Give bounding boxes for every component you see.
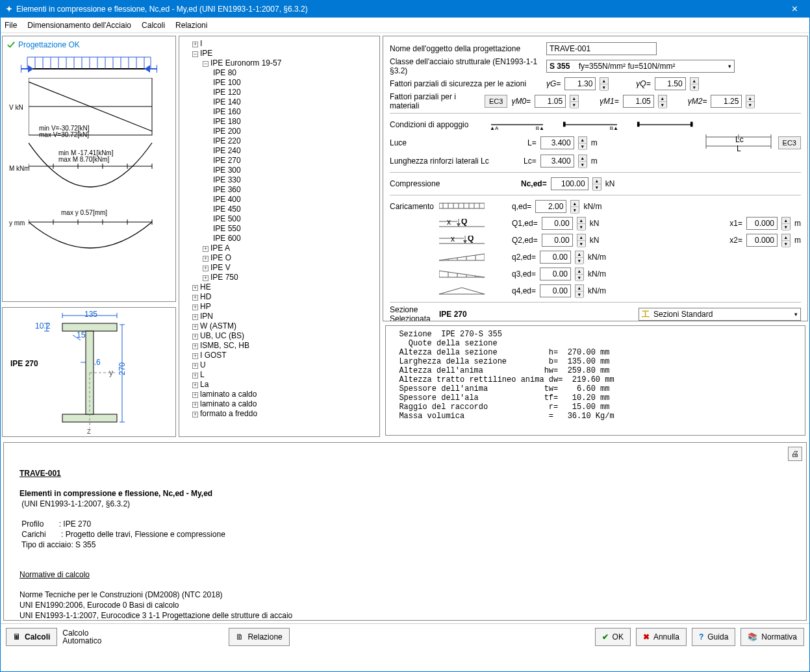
x2-input[interactable]	[746, 234, 778, 247]
section-type-select[interactable]: 工 Sezioni Standard ▾	[639, 308, 801, 321]
svg-marker-104	[439, 288, 485, 294]
tree-item[interactable]: IPE 550	[213, 224, 377, 234]
q3-input[interactable]	[540, 268, 571, 280]
calcoli-button[interactable]: 🖩Calcoli	[6, 628, 57, 646]
Q1-input[interactable]	[542, 217, 573, 230]
normativa-button[interactable]: 📚Normativa	[740, 628, 804, 646]
tree-item[interactable]: +I	[192, 39, 377, 49]
menu-rel[interactable]: Relazioni	[175, 21, 207, 30]
tree-item[interactable]: +HE	[192, 282, 377, 292]
tree-item[interactable]: IPE 600	[213, 234, 377, 243]
tree-item[interactable]: +formato a freddo	[192, 409, 377, 419]
tree-item[interactable]: IPE 300	[213, 166, 377, 175]
print-icon[interactable]: 🖨	[788, 447, 802, 461]
support-opt-3[interactable]: ▮▮	[633, 119, 698, 131]
menu-dim[interactable]: Dimensionamento dell'Acciaio	[27, 21, 131, 30]
max-m: max M 8.70[kNm]	[58, 156, 109, 163]
section-tree[interactable]: +I−IPE−IPE Euronorm 19-57IPE 80IPE 100IP…	[179, 36, 380, 437]
svg-marker-94	[439, 254, 485, 260]
steel-class-select[interactable]: S 355 fy=355N/mm² fu=510N/mm² ▾	[546, 60, 735, 73]
support-opt-2[interactable]: ▮B▲	[559, 119, 624, 131]
Nced-input[interactable]	[551, 177, 589, 190]
gG-input[interactable]	[564, 77, 596, 90]
tree-item[interactable]: IPE 140	[213, 97, 377, 107]
tree-item[interactable]: +U	[192, 360, 377, 370]
gM1-input[interactable]	[623, 95, 654, 108]
tree-item[interactable]: IPE 160	[213, 107, 377, 117]
form-panel: Nome dell'oggetto della progettazione Cl…	[383, 36, 808, 321]
svg-marker-92	[463, 240, 467, 243]
tree-item[interactable]: IPE 400	[213, 195, 377, 205]
tree-item[interactable]: +UB, UC (BS)	[192, 331, 377, 341]
tri-load-icon	[439, 253, 485, 262]
ec3-button-2[interactable]: EC3	[778, 136, 801, 149]
gM2-input[interactable]	[711, 95, 742, 108]
tree-item[interactable]: +laminato a caldo	[192, 399, 377, 409]
spinner[interactable]: ▴▾	[600, 77, 609, 90]
tree-item[interactable]: +HP	[192, 302, 377, 312]
deflection-diagram	[29, 216, 158, 261]
L-input[interactable]	[540, 136, 574, 149]
tree-item[interactable]: IPE 330	[213, 175, 377, 185]
guida-button[interactable]: ?Guida	[692, 628, 735, 646]
tree-item[interactable]: +I GOST	[192, 351, 377, 360]
q2-input[interactable]	[540, 251, 571, 264]
gM0-input[interactable]	[535, 95, 566, 108]
tree-item[interactable]: IPE 450	[213, 205, 377, 214]
svg-marker-24	[146, 66, 149, 71]
comp-label: Compressione	[390, 179, 481, 188]
tree-item[interactable]: −IPE−IPE Euronorm 19-57IPE 80IPE 100IPE …	[192, 49, 377, 282]
tree-item[interactable]: IPE 220	[213, 136, 377, 146]
gQ-input[interactable]	[655, 77, 686, 90]
Q2-input[interactable]	[542, 234, 573, 247]
tree-item[interactable]: +La	[192, 380, 377, 390]
svg-text:Q: Q	[468, 236, 474, 243]
tree-item[interactable]: IPE 200	[213, 127, 377, 136]
report-panel[interactable]: 🖨 TRAVE-001 Elementi in compressione e f…	[3, 442, 807, 621]
tree-item[interactable]: +IPE A	[203, 243, 377, 253]
tree-item[interactable]: IPE 180	[213, 117, 377, 127]
menu-file[interactable]: File	[5, 21, 17, 30]
ok-button[interactable]: ✔OK	[595, 628, 631, 646]
qed-input[interactable]	[535, 200, 566, 213]
tree-item[interactable]: +laminato a caldo	[192, 390, 377, 399]
tree-item[interactable]: IPE 120	[213, 88, 377, 97]
svg-rect-58	[62, 323, 117, 331]
tree-item[interactable]: IPE 80	[213, 68, 377, 78]
section-output[interactable]: Sezione IPE 270-S 355 Quote della sezion…	[385, 325, 805, 436]
tree-item[interactable]: IPE 360	[213, 185, 377, 195]
svg-text:Lc: Lc	[735, 135, 744, 144]
ec3-button[interactable]: EC3	[485, 95, 507, 108]
tree-item[interactable]: −IPE Euronorm 19-57IPE 80IPE 100IPE 120I…	[203, 58, 377, 243]
relazione-button[interactable]: 🗎Relazione	[229, 628, 289, 646]
tree-item[interactable]: +ISMB, SC, HB	[192, 341, 377, 351]
close-icon[interactable]: ×	[785, 3, 804, 15]
book-icon: 📚	[748, 632, 757, 641]
tree-item[interactable]: +IPN	[192, 312, 377, 321]
name-input[interactable]	[546, 42, 657, 55]
tree-item[interactable]: +IPE V	[203, 263, 377, 273]
tree-item[interactable]: IPE 100	[213, 78, 377, 88]
point-load-icon: xQ	[439, 236, 485, 245]
tree-item[interactable]: +IPE O	[203, 253, 377, 263]
tree-item[interactable]: IPE 270	[213, 156, 377, 166]
svg-text:z: z	[87, 427, 91, 434]
q4-input[interactable]	[540, 284, 571, 297]
x1-input[interactable]	[746, 217, 778, 230]
tree-item[interactable]: IPE 240	[213, 146, 377, 156]
svg-text:L: L	[737, 144, 741, 153]
tree-item[interactable]: +IPE 750	[203, 273, 377, 282]
svg-text:135: 135	[84, 310, 97, 319]
annulla-button[interactable]: ✖Annulla	[636, 628, 687, 646]
tree-item[interactable]: IPE 500	[213, 214, 377, 224]
menu-calc[interactable]: Calcoli	[142, 21, 165, 30]
svg-text:15: 15	[77, 330, 86, 340]
tree-item[interactable]: +HD	[192, 292, 377, 302]
spinner[interactable]: ▴▾	[690, 77, 699, 90]
support-opt-1[interactable]: ▲AB▲	[485, 119, 550, 131]
tree-item[interactable]: +W (ASTM)	[192, 321, 377, 331]
svg-text:270: 270	[118, 362, 127, 375]
Lc-input[interactable]	[540, 155, 574, 168]
tree-item[interactable]: +L	[192, 370, 377, 380]
v-axis-label: V kN	[9, 104, 23, 111]
